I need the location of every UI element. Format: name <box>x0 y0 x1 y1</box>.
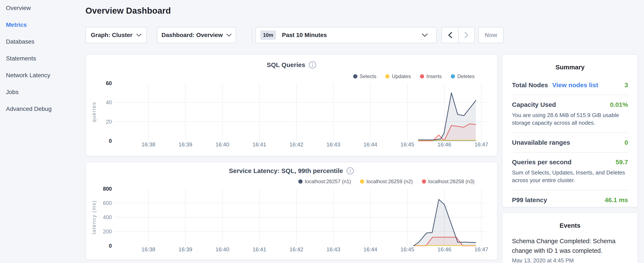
now-button[interactable]: Now <box>478 27 504 43</box>
x-tick-label: 16:45 <box>400 141 414 148</box>
event-list-item[interactable]: Schema Change Completed: Schema change w… <box>512 236 628 263</box>
event-text: Schema Change Completed: Schema change w… <box>512 236 628 255</box>
total-nodes-label: Total Nodes <box>512 82 548 89</box>
p99-latency-value: 46.1 ms <box>605 196 628 204</box>
sidebar-item-statements[interactable]: Statements <box>6 56 82 62</box>
page-title: Overview Dashboard <box>86 6 171 16</box>
unavailable-ranges-value: 0 <box>624 139 628 146</box>
unavailable-ranges-metric: Unavailable ranges 0 <box>512 133 628 153</box>
capacity-used-description: You are using 28.6 MiB of 515.9 GiB usab… <box>512 111 628 127</box>
x-tick-label: 16:41 <box>252 141 266 148</box>
time-nav-group <box>442 27 475 43</box>
p99-latency-label: P99 latency <box>512 196 547 204</box>
x-tick-label: 16:47 <box>474 246 488 252</box>
time-range-label: Past 10 Minutes <box>282 32 422 39</box>
unavailable-ranges-label: Unavailable ranges <box>512 139 570 146</box>
y-axis-title: latency (ms) <box>91 200 97 234</box>
sidebar-item-network-latency[interactable]: Network Latency <box>6 72 82 78</box>
queries-per-second-description: Sum of Selects, Updates, Inserts, and De… <box>512 169 628 184</box>
toolbar-divider <box>252 27 252 43</box>
x-tick-label: 16:40 <box>216 141 229 148</box>
summary-title: Summary <box>512 64 628 71</box>
sidebar-item-advanced-debug[interactable]: Advanced Debug <box>6 106 82 112</box>
queries-per-second-metric: Queries per second 59.7 Sum of Selects, … <box>512 153 628 190</box>
y-tick-label: 800 <box>103 186 112 192</box>
capacity-used-value: 0.01% <box>610 101 628 108</box>
x-tick-label: 16:38 <box>142 246 155 252</box>
sidebar: Overview Metrics Databases Statements Ne… <box>6 5 82 123</box>
x-tick-label: 16:42 <box>289 141 303 148</box>
sql-queries-chart-card: SQL Queries SelectsUpdatesInsertsDeletes… <box>86 54 498 156</box>
chevron-down-icon <box>136 34 142 37</box>
sql-queries-plot[interactable]: 16:3816:3916:4016:4116:4216:4316:4416:45… <box>86 55 497 156</box>
y-tick-label: 600 <box>103 200 112 206</box>
graph-scope-label: Graph: Cluster <box>91 32 132 39</box>
y-tick-label: 200 <box>103 228 112 234</box>
capacity-used-metric: Capacity Used 0.01% You are using 28.6 M… <box>512 95 628 133</box>
y-tick-label: 0 <box>109 138 112 144</box>
time-range-badge: 10m <box>260 31 276 40</box>
dashboard-label: Dashboard: Overview <box>162 32 223 39</box>
x-tick-label: 16:41 <box>252 246 266 252</box>
time-window-dropdown[interactable]: 10m Past 10 Minutes <box>255 27 437 43</box>
x-tick-label: 16:45 <box>400 246 414 252</box>
y-tick-label: 60 <box>106 80 112 86</box>
summary-panel: Summary Total Nodes View nodes list 3 Ca… <box>502 54 638 207</box>
sidebar-item-jobs[interactable]: Jobs <box>6 89 82 95</box>
y-tick-label: 20 <box>106 119 112 125</box>
service-latency-chart-card: Service Latency: SQL, 99th percentile lo… <box>86 162 498 260</box>
x-tick-label: 16:40 <box>216 246 229 252</box>
x-tick-label: 16:38 <box>142 141 155 148</box>
x-tick-label: 16:43 <box>326 246 340 252</box>
chevron-down-icon <box>226 34 232 37</box>
chevron-right-icon <box>464 32 469 39</box>
x-tick-label: 16:46 <box>437 141 451 148</box>
x-tick-label: 16:43 <box>326 141 340 148</box>
total-nodes-metric: Total Nodes View nodes list 3 <box>512 76 628 95</box>
x-tick-label: 16:39 <box>178 141 192 148</box>
graph-scope-dropdown[interactable]: Graph: Cluster <box>86 27 147 43</box>
x-tick-label: 16:47 <box>474 141 488 148</box>
events-title: Events <box>512 222 628 229</box>
capacity-used-label: Capacity Used <box>512 101 556 108</box>
y-tick-label: 0 <box>109 243 112 249</box>
y-axis-title: queries <box>91 102 97 122</box>
service-latency-plot[interactable]: 16:3816:3916:4016:4116:4216:4316:4416:45… <box>86 162 497 259</box>
total-nodes-value: 3 <box>624 82 628 89</box>
x-tick-label: 16:44 <box>363 141 377 148</box>
x-tick-label: 16:46 <box>437 246 451 252</box>
y-tick-label: 400 <box>103 214 112 220</box>
dashboard-dropdown[interactable]: Dashboard: Overview <box>157 27 236 43</box>
events-panel: Events Schema Change Completed: Schema c… <box>502 212 638 263</box>
time-next-button[interactable] <box>458 28 474 43</box>
queries-per-second-value: 59.7 <box>616 158 628 166</box>
x-tick-label: 16:42 <box>289 246 303 252</box>
time-prev-button[interactable] <box>442 28 458 43</box>
chevron-down-icon <box>422 34 428 37</box>
toolbar: Graph: Cluster Dashboard: Overview 10m P… <box>0 27 644 43</box>
chevron-left-icon <box>448 32 452 39</box>
queries-per-second-label: Queries per second <box>512 158 572 166</box>
x-tick-label: 16:39 <box>178 246 192 252</box>
p99-latency-metric: P99 latency 46.1 ms <box>512 190 628 210</box>
view-nodes-list-link[interactable]: View nodes list <box>552 82 598 89</box>
event-timestamp: May 13, 2020 at 4:45 PM <box>512 257 628 263</box>
y-tick-label: 40 <box>106 99 112 105</box>
sidebar-item-overview[interactable]: Overview <box>6 5 82 11</box>
x-tick-label: 16:44 <box>363 246 377 252</box>
